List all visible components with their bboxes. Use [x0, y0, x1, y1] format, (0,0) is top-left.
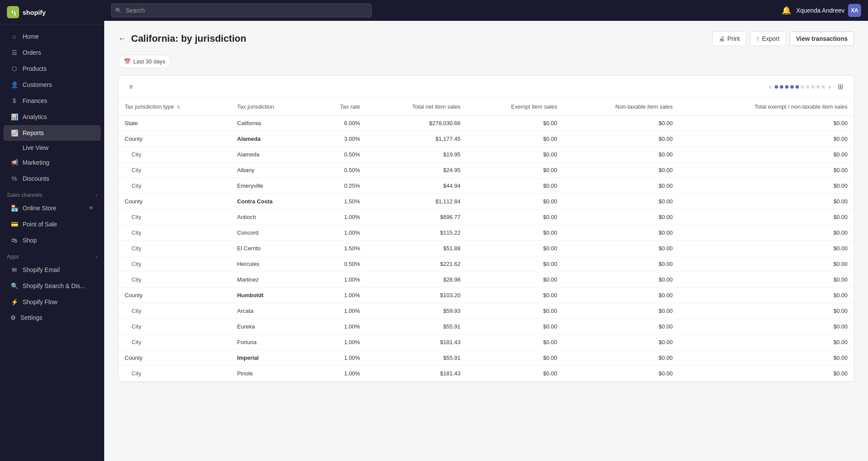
cell-jurisdiction: Alameda	[231, 131, 313, 147]
cell-jurisdiction-type: State	[119, 116, 231, 131]
dot-3[interactable]	[785, 85, 789, 89]
sidebar-item-customers-label: Customers	[23, 81, 52, 88]
cell-total-net: $181.43	[366, 366, 466, 381]
notification-button[interactable]: 🔔	[782, 6, 791, 15]
dot-9[interactable]	[816, 85, 820, 89]
sidebar-item-point-of-sale-label: Point of Sale	[23, 221, 57, 228]
sidebar-item-shop[interactable]: 🛍 Shop	[3, 232, 101, 248]
cell-total-exempt-non: $0.00	[679, 116, 854, 131]
email-icon: ✉	[10, 266, 18, 274]
cell-jurisdiction: Alameda	[231, 147, 313, 163]
sidebar-item-marketing[interactable]: 📢 Marketing	[3, 155, 101, 170]
marketing-icon: 📢	[10, 159, 18, 166]
cell-total-exempt-non: $0.00	[679, 256, 854, 272]
sidebar-item-live-view[interactable]: Live View	[3, 141, 101, 154]
cell-total-net: $1,177.45	[366, 131, 466, 147]
cell-exempt: $0.00	[467, 350, 564, 366]
dot-8[interactable]	[811, 85, 815, 89]
cell-jurisdiction-type: City	[119, 209, 231, 225]
cell-tax-rate: 6.00%	[313, 116, 366, 131]
shopify-logo[interactable]: shopify	[7, 6, 46, 18]
sidebar-item-reports-label: Reports	[23, 129, 44, 136]
view-transactions-button[interactable]: View transactions	[789, 31, 854, 46]
table-header-row: Tax jurisdiction type ⇅ Tax jurisdiction…	[119, 98, 854, 116]
cell-jurisdiction: Albany	[231, 163, 313, 178]
cell-non-taxable: $0.00	[563, 209, 679, 225]
cell-jurisdiction-type: City	[119, 303, 231, 319]
cell-total-net: $221.62	[366, 256, 466, 272]
cell-total-exempt-non: $0.00	[679, 319, 854, 335]
search-icon: 🔍	[115, 7, 122, 14]
cell-exempt: $0.00	[467, 194, 564, 209]
jurisdiction-table: Tax jurisdiction type ⇅ Tax jurisdiction…	[119, 98, 854, 381]
topbar-right: 🔔 Xquenda Andreev XA	[782, 4, 861, 17]
cell-jurisdiction-type: City	[119, 163, 231, 178]
table-row: City Arcata 1.00% $59.93 $0.00 $0.00 $0.…	[119, 303, 854, 319]
sidebar-item-shopify-search-label: Shopify Search & Dis...	[23, 282, 85, 289]
sidebar-item-analytics[interactable]: 📊 Analytics	[3, 109, 101, 125]
user-badge[interactable]: Xquenda Andreev XA	[796, 4, 861, 17]
dot-5[interactable]	[795, 85, 799, 89]
sidebar-item-live-view-label: Live View	[23, 144, 49, 151]
sort-icon[interactable]: ⇅	[177, 105, 180, 109]
sidebar-item-shopify-email[interactable]: ✉ Shopify Email	[3, 262, 101, 278]
dot-7[interactable]	[806, 85, 809, 89]
col-non-taxable: Non-taxable item sales	[563, 98, 679, 116]
sidebar-item-settings[interactable]: ⚙ Settings	[3, 310, 101, 325]
table-layout-button[interactable]: ⊞	[834, 80, 847, 93]
sidebar-item-shopify-search[interactable]: 🔍 Shopify Search & Dis...	[3, 278, 101, 294]
reports-icon: 📈	[10, 129, 18, 137]
cell-exempt: $0.00	[467, 256, 564, 272]
cell-jurisdiction: Hercules	[231, 256, 313, 272]
sidebar-item-products[interactable]: ⬡ Products	[3, 61, 101, 76]
table-row: City Albany 0.50% $24.95 $0.00 $0.00 $0.…	[119, 163, 854, 178]
sidebar-item-orders[interactable]: ☰ Orders	[3, 45, 101, 60]
sidebar-item-online-store[interactable]: 🏪 Online Store 👁	[3, 200, 101, 216]
dot-2[interactable]	[780, 85, 783, 89]
settings-icon: ⚙	[10, 314, 16, 321]
cell-exempt: $0.00	[467, 209, 564, 225]
dot-4[interactable]	[790, 85, 794, 89]
search-input[interactable]	[111, 3, 372, 17]
sidebar-item-finances[interactable]: $ Finances	[3, 93, 101, 109]
cell-jurisdiction-type: City	[119, 178, 231, 194]
column-filter-button[interactable]: ≡	[125, 80, 136, 93]
table-row: City Antioch 1.00% $696.77 $0.00 $0.00 $…	[119, 209, 854, 225]
cell-total-exempt-non: $0.00	[679, 303, 854, 319]
col-jurisdiction-type: Tax jurisdiction type ⇅	[119, 98, 231, 116]
sidebar-item-home[interactable]: ⌂ Home	[3, 29, 101, 44]
table-row: City Concord 1.00% $115.22 $0.00 $0.00 $…	[119, 225, 854, 241]
export-button[interactable]: ↑ Export	[750, 31, 786, 46]
cell-total-net: $51.88	[366, 241, 466, 256]
page-header: ← California: by jurisdiction 🖨 Print ↑ …	[118, 31, 854, 46]
sidebar-item-customers[interactable]: 👤 Customers	[3, 77, 101, 93]
table-row: City Martinez 1.00% $28.98 $0.00 $0.00 $…	[119, 272, 854, 288]
table-row: County Contra Costa 1.50% $1,112.84 $0.0…	[119, 194, 854, 209]
dot-10[interactable]	[822, 85, 825, 89]
dot-6[interactable]	[801, 85, 804, 89]
cell-jurisdiction: Antioch	[231, 209, 313, 225]
sales-channels-chevron[interactable]: ›	[96, 193, 97, 198]
cell-non-taxable: $0.00	[563, 272, 679, 288]
pagination-next[interactable]: ›	[828, 83, 831, 90]
print-button[interactable]: 🖨 Print	[712, 31, 746, 46]
pagination-prev[interactable]: ‹	[769, 83, 772, 90]
dot-1[interactable]	[775, 85, 778, 89]
cell-exempt: $0.00	[467, 335, 564, 350]
sidebar-item-shopify-flow[interactable]: ⚡ Shopify Flow	[3, 294, 101, 310]
cell-exempt: $0.00	[467, 116, 564, 131]
date-filter-button[interactable]: 📅 Last 30 days	[118, 55, 171, 68]
apps-chevron[interactable]: ›	[96, 255, 97, 259]
cell-total-net: $103.20	[366, 288, 466, 303]
cell-exempt: $0.00	[467, 241, 564, 256]
sidebar-item-orders-label: Orders	[23, 49, 41, 56]
cell-jurisdiction: Contra Costa	[231, 194, 313, 209]
back-button[interactable]: ←	[118, 34, 126, 43]
cell-jurisdiction-type: City	[119, 366, 231, 381]
cell-jurisdiction: Emeryville	[231, 178, 313, 194]
sidebar-item-discounts[interactable]: % Discounts	[3, 171, 101, 186]
sidebar-item-reports[interactable]: 📈 Reports	[3, 125, 101, 141]
sidebar-item-point-of-sale[interactable]: 💳 Point of Sale	[3, 216, 101, 232]
cell-tax-rate: 0.25%	[313, 178, 366, 194]
cell-exempt: $0.00	[467, 288, 564, 303]
